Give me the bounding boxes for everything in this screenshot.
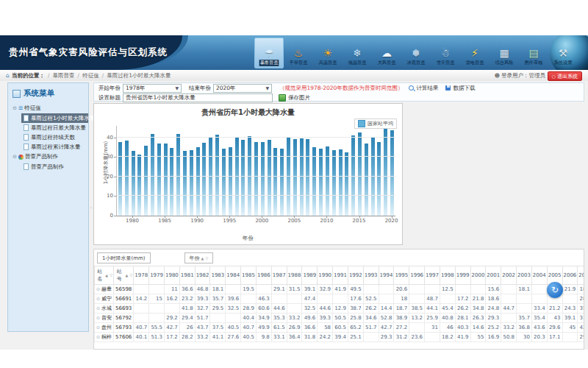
expand-row-icon[interactable]: ⊙ (96, 286, 100, 291)
tree-item[interactable]: 普查产品制作 (21, 162, 88, 171)
sort-asc-icon[interactable]: ▲ (126, 273, 129, 277)
filter-icon[interactable]: ▽ (110, 273, 112, 277)
year-header[interactable]: 1979 (149, 266, 165, 285)
station-name-cell[interactable]: ⊙普安 (95, 314, 114, 323)
top-nav: ☂暴雨普查♨干旱普查☀高温普查❄低温普查☁大风普查❅冰雹普查☃雪灾普查⚡雷电普查… (254, 38, 578, 68)
year-header[interactable]: 1998 (440, 266, 455, 285)
station-name-header[interactable]: 站名▲▽ (95, 266, 114, 285)
year-header[interactable]: 1994 (379, 266, 394, 285)
nav-item-label: 雪灾普查 (437, 60, 455, 66)
bar-1979 (125, 141, 129, 216)
start-year-select[interactable]: 1978年 ▼ (123, 84, 182, 93)
year-header[interactable]: 1995 (394, 266, 409, 285)
year-header[interactable]: 2003 (517, 266, 532, 285)
nav-item-rainstorm[interactable]: ☂暴雨普查 (254, 38, 284, 68)
year-header[interactable]: 1988 (287, 266, 302, 285)
expand-row-icon[interactable]: ⊙ (96, 325, 100, 330)
value-field-box[interactable]: 1小时降水量(mm) (97, 252, 151, 263)
x-tick-label: 2000 (251, 218, 273, 224)
breadcrumb-item[interactable]: 暴雨普查 (53, 72, 75, 79)
year-header[interactable]: 1987 (271, 266, 287, 285)
expand-row-icon[interactable]: ⊙ (96, 296, 100, 301)
nav-item-label: 冰雹普查 (407, 60, 426, 66)
nav-item-snow[interactable]: ☃雪灾普查 (431, 38, 460, 68)
year-header[interactable]: 1984 (226, 266, 241, 285)
year-header[interactable]: 2006 (562, 266, 578, 285)
bar-slot (324, 126, 331, 216)
year-field-box[interactable]: 年份 ▲ ▽ (184, 252, 214, 263)
sort-asc-icon[interactable]: ▲ (105, 273, 108, 277)
nav-item-lightning[interactable]: ⚡雷电普查 (460, 38, 490, 68)
year-header[interactable]: 1986 (256, 266, 271, 285)
year-header[interactable]: 1999 (455, 266, 470, 285)
nav-item-settings[interactable]: ⚒系统设置 (548, 38, 578, 68)
station-name-cell[interactable]: ⊙盘州 (95, 323, 114, 333)
year-header[interactable]: 1992 (348, 266, 363, 285)
nav-item-drought[interactable]: ♨干旱普查 (284, 38, 313, 68)
station-name: 桐梓 (101, 334, 112, 340)
sync-floating-button[interactable]: ↻ (547, 282, 563, 298)
breadcrumb-item[interactable]: 暴雨过程1小时最大降水量 (107, 72, 171, 79)
year-header[interactable]: 1993 (363, 266, 379, 285)
table-row: ⊙普安5679229.229.451.740.434.935.333.249.6… (95, 314, 585, 323)
bar-slot (350, 126, 356, 216)
breadcrumb-item[interactable]: 特征值 (82, 72, 99, 79)
value-cell: 36.6 (302, 323, 318, 333)
year-header[interactable]: 2002 (501, 266, 517, 285)
value-cell (134, 285, 149, 294)
year-header[interactable]: 2004 (531, 266, 547, 285)
year-header[interactable]: 1981 (179, 266, 195, 285)
gridline (117, 156, 395, 157)
station-name-cell[interactable]: ⊙赫章 (95, 285, 114, 294)
chart-title-input[interactable] (123, 93, 273, 102)
year-header[interactable]: 1991 (333, 266, 348, 285)
nav-item-wind[interactable]: ☁大风普查 (372, 38, 401, 68)
bar-slot (382, 126, 389, 216)
year-header[interactable]: 1983 (210, 266, 226, 285)
expand-row-icon[interactable]: ⊙ (96, 305, 100, 311)
filter-icon[interactable]: ▽ (205, 256, 208, 261)
tree-group[interactable]: ⊖☰特征值 (11, 103, 88, 113)
logout-button[interactable]: ○ 退出系统 (548, 71, 582, 81)
nav-item-low-temp[interactable]: ❄低温普查 (343, 38, 372, 68)
year-header[interactable]: 1978 (134, 266, 149, 285)
value-cell: 38.7 (348, 304, 363, 314)
save-image-button[interactable]: 保存图片 (279, 94, 310, 102)
year-header[interactable]: 1989 (302, 266, 318, 285)
end-year-select[interactable]: 2020年 ▼ (213, 84, 272, 93)
year-header[interactable]: 1985 (241, 266, 257, 285)
sort-asc-icon[interactable]: ▲ (201, 256, 204, 261)
year-header[interactable]: 1996 (409, 266, 425, 285)
tree-item[interactable]: 暴雨过程日最大降水量 (21, 123, 88, 132)
year-header[interactable]: 1982 (195, 266, 210, 285)
nav-item-comprehensive-risk[interactable]: ▦综合风险 (490, 38, 519, 68)
station-name-cell[interactable]: ⊙水城 (95, 304, 114, 314)
value-cell: 42.7 (164, 323, 179, 333)
year-header[interactable]: 1990 (318, 266, 333, 285)
calculate-button[interactable]: 计算结果 (409, 85, 438, 92)
filter-icon[interactable]: ▽ (129, 273, 132, 277)
expand-row-icon[interactable]: ⊙ (96, 334, 100, 339)
station-id-header[interactable]: 站号▲▽ (114, 266, 134, 285)
bar-slot (143, 126, 149, 216)
x-tick-mark (197, 216, 198, 218)
station-name-cell[interactable]: ⊙威宁 (95, 294, 114, 304)
year-header[interactable]: 2001 (486, 266, 501, 285)
year-header[interactable]: 1997 (425, 266, 440, 285)
tree-item[interactable]: 暴雨过程持续天数 (21, 132, 88, 142)
value-cell: 25.2 (486, 323, 501, 333)
data-download-button[interactable]: 数据下载 (445, 85, 475, 92)
year-header[interactable]: 1980 (164, 266, 179, 285)
nav-item-high-temp[interactable]: ☀高温普查 (313, 38, 343, 68)
station-name-cell[interactable]: ⊙桐梓 (95, 333, 114, 342)
year-header[interactable]: 2000 (470, 266, 486, 285)
value-cell: 32.5 (302, 304, 318, 314)
year-header[interactable]: 2007 (578, 266, 584, 285)
tree-group[interactable]: ⊖普查产品制作 (11, 152, 88, 162)
nav-item-map-review[interactable]: ▤图件审核 (519, 38, 548, 68)
nav-item-hail[interactable]: ❅冰雹普查 (401, 38, 431, 68)
tree-item[interactable]: 暴雨过程1小时最大降水量 (21, 113, 88, 123)
tree-item[interactable]: 暴雨过程累计降水量 (21, 142, 88, 152)
expand-row-icon[interactable]: ⊙ (96, 315, 100, 320)
value-cell: 39.4 (333, 333, 348, 342)
